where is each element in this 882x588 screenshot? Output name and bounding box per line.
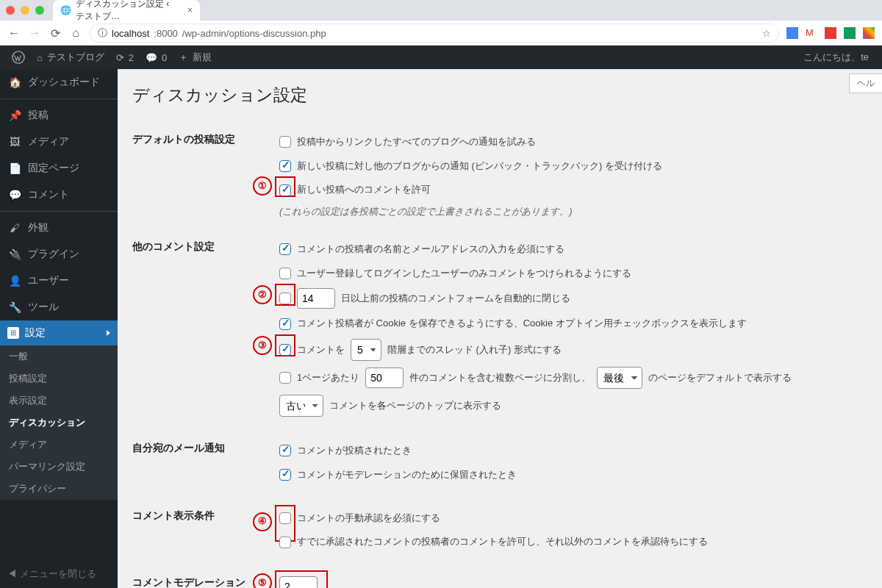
ext-icon-green[interactable] [844, 27, 856, 39]
url-port: :8000 [154, 28, 178, 39]
allow-comments-checkbox[interactable] [279, 184, 291, 196]
dashboard-icon: 🏠 [7, 75, 22, 90]
close-old-label: 日以上前の投稿のコメントフォームを自動的に閉じる [341, 290, 570, 308]
translate-ext-icon[interactable] [786, 27, 798, 39]
collapse-icon: ◀ [7, 568, 17, 579]
default-page-select[interactable]: 最後 [597, 367, 642, 389]
site-name[interactable]: ⌂テストブログ [31, 46, 110, 69]
comments-bubble[interactable]: 💬0 [140, 46, 173, 69]
window-controls[interactable] [6, 6, 44, 15]
paginate-after: のページをデフォルトで表示する [648, 369, 792, 387]
tab-close-icon[interactable]: × [187, 5, 193, 15]
extension-icons: M [786, 27, 875, 39]
close-old-checkbox[interactable] [279, 293, 291, 304]
bookmark-icon[interactable]: ☆ [762, 28, 771, 39]
ext-icon-red[interactable] [825, 27, 836, 39]
ext-icon-multi[interactable] [863, 27, 875, 39]
manual-approve-checkbox[interactable] [279, 512, 291, 524]
url-path: /wp-admin/options-discussion.php [182, 28, 326, 39]
window-close-icon[interactable] [6, 6, 15, 15]
admin-bar: ⌂テストブログ ⟳2 💬0 ＋新規 こんにちは、te [0, 46, 882, 69]
url-host: localhost [112, 28, 149, 39]
howdy[interactable]: こんにちは、te [797, 46, 876, 69]
pingback-checkbox[interactable] [279, 136, 291, 148]
window-maximize-icon[interactable] [35, 6, 44, 15]
menu-posts[interactable]: 📌投稿 [0, 98, 118, 129]
admin-sidebar: 🏠ダッシュボード 📌投稿 🖼メディア 📄固定ページ 💬コメント 🖌外観 🔌プラグ… [0, 69, 118, 588]
update-icon: ⟳ [116, 52, 124, 63]
submenu-permalink[interactable]: パーマリンク設定 [0, 456, 118, 478]
trackback-label: 新しい投稿に対し他のブログからの通知 (ピンバック・トラックバック) を受け付け… [297, 157, 662, 176]
wrench-icon: 🔧 [7, 300, 22, 315]
info-icon: ⓘ [98, 26, 107, 40]
paginate-before: 1ページあたり [297, 369, 359, 387]
submenu-writing[interactable]: 投稿設定 [0, 368, 118, 390]
home-icon[interactable]: ⌂ [69, 26, 82, 40]
wordpress-icon [12, 51, 25, 64]
require-name-email-label: コメントの投稿者の名前とメールアドレスの入力を必須にする [297, 240, 564, 259]
threaded-before: コメントを [297, 341, 345, 359]
section-other-comment-label: 他のコメント設定 [132, 227, 279, 429]
window-minimize-icon[interactable] [21, 6, 29, 15]
collapse-menu[interactable]: ◀ メニューを閉じる [0, 560, 118, 588]
submenu-media[interactable]: メディア [0, 434, 118, 456]
annotation-box-5 [275, 570, 328, 588]
menu-appearance[interactable]: 🖌外観 [0, 211, 118, 241]
home-icon: ⌂ [37, 52, 43, 63]
default-article-note: (これらの設定は各投稿ごとの設定で上書きされることがあります。) [279, 202, 860, 218]
email-held-checkbox[interactable] [279, 469, 291, 481]
email-held-label: コメントがモデレーションのために保留されたとき [297, 466, 517, 484]
trackback-checkbox[interactable] [279, 160, 291, 172]
comment-order-select[interactable]: 古い [279, 395, 323, 417]
wp-logo[interactable] [6, 46, 31, 69]
submenu-privacy[interactable]: プライバシー [0, 478, 118, 500]
perpage-input[interactable] [365, 368, 404, 388]
menu-dashboard[interactable]: 🏠ダッシュボード [0, 69, 118, 96]
plugin-icon: 🔌 [7, 247, 22, 262]
submenu-discussion[interactable]: ディスカッション [0, 412, 118, 434]
gmail-ext-icon[interactable]: M [806, 27, 817, 39]
media-icon: 🖼 [7, 135, 22, 149]
paginate-checkbox[interactable] [279, 372, 291, 384]
reload-icon[interactable]: ⟳ [49, 26, 62, 40]
menu-media[interactable]: 🖼メディア [0, 129, 118, 155]
submenu-general[interactable]: 一般 [0, 345, 118, 368]
menu-comments[interactable]: 💬コメント [0, 182, 118, 208]
updates[interactable]: ⟳2 [110, 46, 140, 69]
menu-plugins[interactable]: 🔌プラグイン [0, 241, 118, 268]
pin-icon: 📌 [7, 108, 22, 123]
comment-order-after: コメントを各ページのトップに表示する [329, 397, 501, 415]
settings-submenu: 一般 投稿設定 表示設定 ディスカッション メディア パーマリンク設定 プライバ… [0, 345, 118, 500]
browser-tab[interactable]: 🌐 ディスカッション設定 ‹ テストブ… × [53, 0, 200, 21]
previously-approved-label: すでに承認されたコメントの投稿者のコメントを許可し、それ以外のコメントを承認待ち… [297, 533, 708, 551]
menu-settings[interactable]: ⊞設定 [0, 320, 118, 345]
threaded-after: 階層までのスレッド (入れ子) 形式にする [387, 341, 562, 359]
threaded-levels-select[interactable]: 5 [351, 339, 381, 361]
close-old-days-input[interactable] [297, 288, 335, 309]
globe-icon: 🌐 [60, 5, 71, 15]
require-name-email-checkbox[interactable] [279, 243, 291, 255]
email-posted-checkbox[interactable] [279, 445, 291, 456]
email-posted-label: コメントが投稿されたとき [297, 442, 412, 460]
forward-icon[interactable]: → [28, 26, 41, 40]
new-content[interactable]: ＋新規 [173, 46, 218, 69]
submenu-reading[interactable]: 表示設定 [0, 390, 118, 412]
url-field[interactable]: ⓘ localhost:8000/wp-admin/options-discus… [90, 24, 779, 43]
content-area: ヘル ディスカッション設定 デフォルトの投稿設定 投稿中からリンクしたすべてのブ… [118, 69, 882, 588]
menu-pages[interactable]: 📄固定ページ [0, 155, 118, 182]
cookie-optin-label: コメント投稿者が Cookie を保存できるようにする、Cookie オプトイン… [297, 315, 747, 333]
require-login-checkbox[interactable] [279, 268, 291, 279]
cookie-optin-checkbox[interactable] [279, 318, 291, 330]
back-icon[interactable]: ← [7, 26, 21, 40]
previously-approved-checkbox[interactable] [279, 537, 291, 548]
page-icon: 📄 [7, 161, 22, 176]
menu-users[interactable]: 👤ユーザー [0, 268, 118, 294]
paginate-mid: 件のコメントを含む複数ページに分割し、 [409, 369, 591, 387]
threaded-checkbox[interactable] [279, 344, 291, 356]
annotation-5: ⑤ [253, 573, 272, 588]
section-default-article-label: デフォルトの投稿設定 [132, 120, 279, 227]
comment-icon: 💬 [7, 187, 22, 202]
user-icon: 👤 [7, 273, 22, 288]
browser-chrome: 🌐 ディスカッション設定 ‹ テストブ… × ← → ⟳ ⌂ ⓘ localho… [0, 0, 882, 46]
menu-tools[interactable]: 🔧ツール [0, 294, 118, 320]
